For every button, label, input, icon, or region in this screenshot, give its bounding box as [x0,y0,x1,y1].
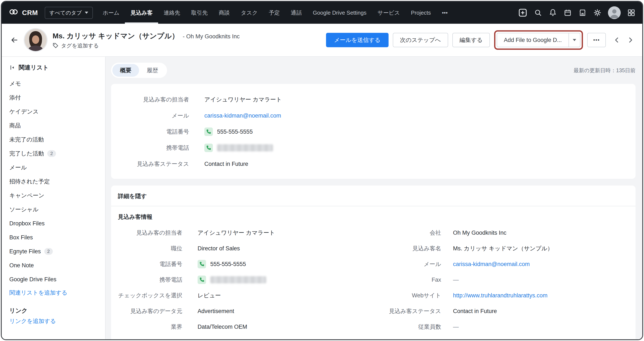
sidebar-item-box-files[interactable]: Box Files [9,230,100,244]
summary-card: 見込み客の担当者 アイシュワリヤー カマラート メール carissa-kidm… [111,84,636,179]
nav-contacts[interactable]: 連絡先 [158,2,186,24]
quick-create-plus-icon[interactable] [518,8,528,17]
phone-call-icon[interactable] [204,144,213,152]
tab-history[interactable]: 履歴 [139,64,166,77]
search-icon[interactable] [534,8,542,17]
last-update-timestamp: 最新の更新日時：135日前 [574,67,636,74]
sidebar-item-one-note[interactable]: One Note [9,258,100,272]
edit-button[interactable]: 編集する [452,33,490,47]
sidebar-item-notes[interactable]: メモ [9,77,100,91]
sidebar-item-closed-activities[interactable]: 完了した活動2 [9,147,100,161]
all-tabs-selector[interactable]: すべてのタブ [45,7,93,19]
field-row: 年間売上 Rs. 2,00,000.00 [111,335,373,339]
sidebar-item-social[interactable]: ソーシャル [9,203,100,216]
field-value: Oh My Goodknits Inc [453,230,506,236]
user-avatar[interactable] [608,6,621,19]
overview-history-tabs: 概要 履歴 [111,63,167,78]
count-badge: 2 [47,150,56,157]
calendar-icon[interactable] [564,8,572,17]
nav-google-drive-settings[interactable]: Google Drive Settings [307,2,372,24]
field-row: 見込み客の担当者 アイシュワリヤー カマラート [118,91,636,108]
module-nav: ホーム 見込み客 連絡先 取引先 商談 タスク 予定 通話 Google Dri… [97,2,453,24]
sidebar-item-emails[interactable]: メール [9,161,100,175]
nav-calls[interactable]: 通話 [285,2,307,24]
field-label: 電話番号 [118,128,189,136]
field-label: メール [373,260,441,268]
page-title: Ms. カリッサ キッドマン（サンプル） [52,31,179,41]
previous-record-chevron-icon[interactable] [614,37,620,43]
nav-deals[interactable]: 商談 [213,2,235,24]
marketplace-icon[interactable] [578,8,587,17]
redacted-mobile-number [217,144,273,151]
phone-call-icon[interactable] [198,260,206,268]
next-record-chevron-icon[interactable] [627,37,634,43]
email-link[interactable]: carissa-kidman@noemail.com [204,112,281,119]
tabs-row: 概要 履歴 最新の更新日時：135日前 [111,63,636,78]
add-file-google-dropdown[interactable] [568,33,580,47]
sidebar-item-google-drive-files[interactable]: Google Drive Files [9,272,100,286]
field-row: 業界 Data/Telecom OEM [111,319,373,335]
website-link[interactable]: http://www.truhlarandtruhlarattys.com [453,292,548,299]
sidebar-item-products[interactable]: 商品 [9,119,100,133]
apps-grid-icon[interactable] [627,8,636,17]
nav-more[interactable]: ••• [436,2,453,24]
tab-overview[interactable]: 概要 [112,64,139,77]
more-actions-button[interactable]: ••• [587,33,606,47]
sidebar-item-dropbox-files[interactable]: Dropbox Files [9,216,100,230]
field-label: 従業員数 [373,323,441,331]
tag-icon [52,42,58,48]
details-card: 詳細を隠す 見込み客情報 見込み客の担当者 アイシュワリヤー カマラート 職位 … [111,186,636,339]
company-suffix: - Oh My Goodknits Inc [183,33,240,40]
chevron-down-icon [85,12,88,14]
email-link[interactable]: carissa-kidman@noemail.com [453,261,530,268]
send-mail-button[interactable]: メールを送信する [326,33,388,47]
nav-events[interactable]: 予定 [263,2,285,24]
back-arrow-icon[interactable] [10,36,19,44]
nav-leads[interactable]: 見込み客 [125,2,158,24]
redacted-mobile-number [210,276,266,283]
chevron-down-icon [573,39,576,41]
nav-projects[interactable]: Projects [406,2,436,24]
field-row: 見込み客の担当者 アイシュワリヤー カマラート [111,225,373,241]
details-right-column: 会社 Oh My Goodknits Inc 見込み客名 Ms. カリッサ キッ… [373,225,636,339]
nav-home[interactable]: ホーム [97,2,125,24]
field-row: 携帯電話 [118,140,636,156]
field-label: 見込み客の担当者 [118,96,189,103]
phone-call-icon[interactable] [204,127,213,136]
add-file-google-button[interactable]: Add File to Google D... [497,33,568,47]
nav-accounts[interactable]: 取引先 [186,2,213,24]
nav-tasks[interactable]: タスク [235,2,263,24]
record-header: Ms. カリッサ キッドマン（サンプル） - Oh My Goodknits I… [2,24,642,57]
sidebar-item-cadences[interactable]: ケイデンス [9,105,100,119]
next-step-button[interactable]: 次のステップへ [393,33,448,47]
nav-services[interactable]: サービス [372,2,406,24]
field-label: 会社 [373,229,441,237]
settings-gear-icon[interactable] [593,8,602,17]
field-value: Advertisement [198,308,234,315]
field-row: 見込み客ステータス Contact in Future [118,156,636,172]
lead-photo-avatar[interactable] [24,29,47,51]
field-value: Data/Telecom OEM [198,324,247,330]
field-value: Rs. 2,00,000.00 [198,339,238,340]
field-label: メール [118,112,189,119]
add-link-link[interactable]: リンクを追加する [9,317,56,325]
phone-call-icon[interactable] [198,276,206,284]
add-related-list-link[interactable]: 関連リストを追加する [9,289,68,297]
sidebar-item-open-activities[interactable]: 未完了の活動 [9,133,100,147]
field-label: 携帯電話 [111,276,182,284]
collapse-sidebar-icon[interactable] [9,65,15,70]
details-grid: 見込み客の担当者 アイシュワリヤー カマラート 職位 Director of S… [111,225,636,339]
hide-details-toggle[interactable]: 詳細を隠す [111,192,636,206]
add-tag[interactable]: タグを追加する [52,42,240,49]
field-value: レビュー [198,292,221,299]
notifications-bell-icon[interactable] [548,8,557,17]
field-row: メール carissa-kidman@noemail.com [118,108,636,124]
sidebar-item-campaigns[interactable]: キャンペーン [9,189,100,203]
field-label: 評価 [373,339,441,339]
sidebar-item-invited-events[interactable]: 招待された予定 [9,175,100,189]
phone-number: 555-555-5555 [210,261,246,268]
sidebar-item-egnyte-files[interactable]: Egnyte Files2 [9,244,100,258]
sidebar-item-attachments[interactable]: 添付 [9,91,100,105]
body: 関連リスト メモ 添付 ケイデンス 商品 未完了の活動 完了した活動2 メール … [2,57,642,339]
field-label: チェックボックスを選択 [111,292,182,299]
